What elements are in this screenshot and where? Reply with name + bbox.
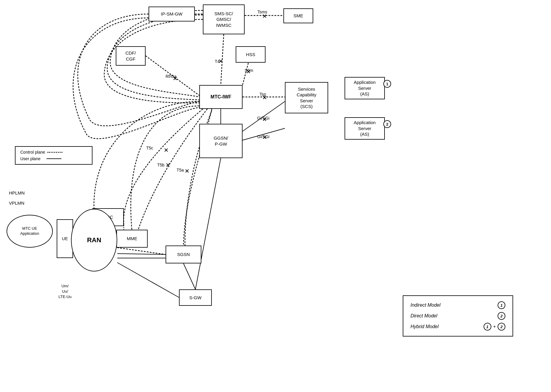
hplmn-label: HPLMN [9, 190, 25, 195]
diagram-container: IP-SM-GW SMS-SC/GMSC/IWMSC SME CDF/CGF H… [0, 0, 551, 392]
svg-line-2 [221, 34, 224, 85]
svg-line-34 [166, 163, 169, 166]
svg-line-21 [219, 60, 222, 63]
ue-label: UE [62, 236, 68, 241]
as1-badge: 1 [383, 80, 391, 88]
control-plane-line [47, 152, 62, 153]
ggsn-pgw-node: GGSN/P-GW [199, 124, 243, 158]
mtc-ue-node: MTC UEApplication [7, 215, 53, 248]
svg-line-40 [195, 158, 221, 289]
cdf-cgf-label: CDF/CGF [126, 50, 136, 62]
mtc-ue-label: MTC UEApplication [20, 226, 39, 236]
ggsn-pgw-label: GGSN/P-GW [214, 135, 228, 147]
tsms-label: Tsms [257, 10, 267, 14]
ip-sm-gw-node: IP-SM-GW [149, 7, 195, 21]
mme-label: MME [127, 236, 137, 242]
indirect-model-badge: 1 [498, 301, 505, 309]
sme-label: SME [294, 13, 303, 19]
sms-sc-label: SMS-SC/GMSC/IWMSC [214, 11, 233, 28]
hybrid-model-badge2: 2 [498, 323, 505, 331]
svg-line-8 [117, 248, 166, 254]
svg-line-31 [263, 15, 266, 18]
svg-line-36 [186, 169, 189, 172]
direct-model-badge: 2 [498, 312, 505, 320]
control-plane-label: Control plane [20, 150, 45, 155]
hybrid-model-badge1: 1 [484, 323, 491, 331]
um-uu-label: Um/Uu/LTE-Uu [58, 283, 72, 300]
direct-model-row: Direct Model 2 [410, 312, 505, 320]
ran-node: RAN [71, 209, 117, 271]
user-plane-line [47, 158, 61, 159]
svg-line-11 [183, 263, 195, 289]
vplmn-label: VPLMN [9, 200, 24, 206]
gi-sgi-2-label: Gi/SGi [257, 134, 269, 139]
cdf-cgf-node: CDF/CGF [116, 46, 146, 66]
as1-label: ApplicationServer(AS) [354, 79, 376, 97]
sme-node: SME [283, 8, 313, 23]
as2-badge-label: 2 [386, 122, 388, 126]
svg-line-30 [263, 15, 266, 18]
scs-label: ServicesCapabilityServer(SCS) [297, 86, 317, 109]
mtc-iwf-label: MTC-IWF [211, 94, 231, 100]
legend-box: Control plane User plane [15, 146, 92, 165]
user-plane-label: User plane [20, 156, 41, 161]
as1-badge-label: 1 [386, 82, 388, 86]
sgsn-label: SGSN [177, 251, 190, 257]
indirect-model-row: Indirect Model 1 [410, 301, 505, 309]
svg-line-20 [219, 60, 222, 63]
rf-ga-label: Rf/Ga [166, 74, 177, 79]
tsp-label: Tsp [260, 92, 266, 97]
as1-node: ApplicationServer(AS) [345, 77, 385, 99]
mtc-iwf-node: MTC-IWF [199, 85, 243, 109]
mme-node: MME [116, 230, 148, 248]
s6m-label: S6m [245, 68, 253, 73]
t4-label: T4 [215, 59, 220, 64]
svg-line-33 [165, 149, 168, 152]
hss-node: HSS [236, 46, 266, 63]
svg-line-12 [117, 254, 166, 254]
hybrid-model-label: Hybrid Model [410, 324, 480, 329]
hybrid-plus-label: + [493, 324, 496, 329]
as2-badge: 2 [383, 120, 391, 128]
sgw-node: S-GW [179, 289, 212, 306]
svg-line-14 [117, 263, 179, 297]
svg-line-35 [166, 163, 169, 166]
hss-label: HSS [246, 52, 255, 58]
svg-line-32 [165, 149, 168, 152]
indirect-model-label: Indirect Model [410, 303, 494, 308]
gi-sgi-1-label: Gi/SGi [257, 116, 269, 121]
scs-node: ServicesCapabilityServer(SCS) [285, 82, 328, 113]
as2-node: ApplicationServer(AS) [345, 117, 385, 140]
sgw-label: S-GW [189, 295, 202, 301]
ip-sm-gw-label: IP-SM-GW [161, 11, 183, 17]
model-legend-box: Indirect Model 1 Direct Model 2 Hybrid M… [403, 295, 513, 337]
sgsn-node: SGSN [166, 246, 201, 263]
ue-node: UE [57, 219, 73, 258]
direct-model-label: Direct Model [410, 313, 494, 319]
t5b-label: T5b [157, 163, 164, 167]
sms-sc-node: SMS-SC/GMSC/IWMSC [203, 4, 245, 34]
hybrid-model-row: Hybrid Model 1 + 2 [410, 323, 505, 331]
t5a-label: T5a [177, 168, 184, 172]
as2-label: ApplicationServer(AS) [354, 120, 376, 137]
ran-label: RAN [87, 236, 101, 245]
t5c-label: T5c [146, 146, 153, 150]
svg-line-37 [186, 169, 189, 172]
